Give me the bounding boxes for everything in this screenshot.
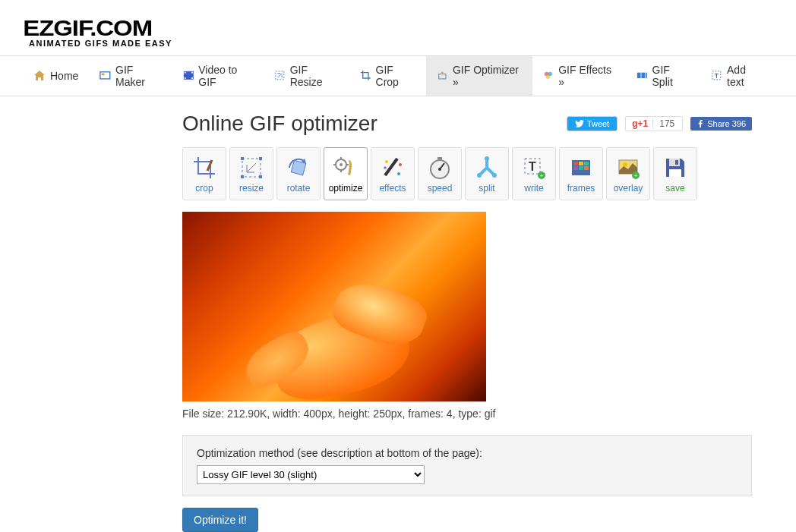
nav-gif-maker[interactable]: GIF Maker (89, 56, 172, 96)
nav-label: GIF Split (652, 64, 690, 88)
effects-icon (543, 70, 554, 82)
overlay-tool-icon: + (614, 154, 642, 181)
tool-speed[interactable]: speed (418, 147, 462, 200)
svg-point-26 (399, 163, 402, 166)
svg-rect-50 (675, 160, 678, 165)
svg-point-32 (477, 173, 482, 178)
site-logo[interactable]: EZGIF.COM ANIMATED GIFS MADE EASY (23, 0, 773, 55)
crop-tool-icon (191, 154, 218, 181)
fb-label: Share 396 (707, 119, 746, 128)
split-tool-icon (473, 154, 501, 181)
svg-rect-14 (646, 73, 647, 78)
nav-add-text[interactable]: T Add text (700, 56, 773, 96)
crop-icon (360, 70, 371, 82)
tool-label: write (524, 183, 543, 194)
tool-label: resize (239, 183, 264, 194)
video-icon (183, 70, 194, 82)
tool-label: optimize (329, 183, 363, 194)
svg-point-29 (438, 168, 441, 171)
nav-label: GIF Maker (115, 64, 162, 88)
svg-rect-41 (584, 162, 589, 165)
resize-icon (274, 70, 286, 82)
optimize-tool-icon (332, 154, 359, 181)
optimization-panel: Optimization method (see description at … (182, 435, 752, 496)
nav-gif-crop[interactable]: GIF Crop (349, 56, 426, 96)
rotate-tool-icon (285, 154, 312, 181)
svg-rect-12 (637, 73, 641, 78)
svg-text:+: + (634, 172, 638, 179)
gplus-button[interactable]: g+1 175 (625, 116, 683, 131)
tool-frames[interactable]: frames (559, 147, 603, 200)
nav-label: Video to GIF (198, 64, 253, 88)
tool-split[interactable]: split (465, 147, 509, 200)
tool-toolbar: crop resize rotate optimize effects spee… (182, 147, 752, 200)
svg-rect-8 (439, 74, 446, 79)
nav-home[interactable]: Home (23, 56, 89, 96)
svg-rect-40 (579, 162, 583, 165)
svg-point-31 (485, 156, 489, 161)
resize-tool-icon (238, 154, 265, 181)
tool-label: frames (567, 183, 595, 194)
nav-gif-effects[interactable]: GIF Effects » (532, 56, 626, 96)
svg-rect-21 (259, 175, 262, 178)
main-navigation: Home GIF Maker Video to GIF GIF Resize G… (0, 55, 796, 96)
tool-effects[interactable]: effects (371, 147, 415, 200)
svg-rect-3 (184, 72, 185, 74)
tool-optimize[interactable]: optimize (324, 147, 368, 200)
nav-gif-resize[interactable]: GIF Resize (264, 56, 349, 96)
optimization-method-select[interactable]: Lossy GIF level 30 (slight) (197, 465, 425, 484)
svg-point-33 (492, 173, 497, 178)
fb-share-button[interactable]: Share 396 (690, 117, 752, 131)
svg-rect-6 (191, 77, 193, 79)
svg-rect-4 (184, 77, 185, 79)
file-info: File size: 212.90K, width: 400px, height… (182, 408, 752, 420)
tool-label: speed (428, 183, 453, 194)
tool-label: effects (379, 183, 406, 194)
tweet-label: Tweet (587, 119, 609, 128)
nav-gif-split[interactable]: GIF Split (626, 56, 700, 96)
speed-tool-icon (426, 154, 453, 181)
tool-rotate[interactable]: rotate (276, 147, 321, 200)
tweet-button[interactable]: Tweet (567, 116, 618, 131)
svg-point-27 (397, 172, 400, 175)
nav-label: GIF Crop (376, 64, 416, 88)
home-icon (33, 70, 46, 82)
svg-rect-22 (291, 160, 306, 175)
svg-rect-39 (573, 162, 578, 165)
svg-text:+: + (540, 172, 544, 179)
tool-save[interactable]: save (653, 147, 697, 200)
svg-rect-19 (259, 157, 262, 160)
svg-rect-42 (573, 166, 578, 170)
nav-label: GIF Resize (290, 64, 339, 88)
svg-rect-1 (102, 74, 105, 76)
nav-video-to-gif[interactable]: Video to GIF (172, 56, 264, 96)
gif-preview (182, 212, 486, 401)
nav-gif-optimizer[interactable]: GIF Optimizer » (426, 56, 532, 96)
text-icon: T (711, 70, 722, 82)
tool-label: overlay (614, 183, 643, 194)
tool-label: save (665, 183, 684, 194)
social-buttons: Tweet g+1 175 Share 396 (567, 116, 752, 131)
tool-overlay[interactable]: + overlay (606, 147, 650, 200)
svg-rect-20 (241, 175, 244, 178)
tool-resize[interactable]: resize (229, 147, 273, 200)
nav-label: GIF Optimizer » (453, 64, 522, 88)
tool-label: split (479, 183, 494, 194)
tool-write[interactable]: T+ write (512, 147, 556, 200)
optimizer-icon (437, 70, 448, 82)
twitter-icon (575, 120, 584, 127)
optimize-button[interactable]: Optimize it! (182, 508, 258, 532)
tool-label: crop (195, 183, 213, 194)
split-icon (636, 70, 648, 82)
method-label: Optimization method (see description at … (197, 447, 738, 459)
save-tool-icon (662, 154, 689, 181)
svg-rect-18 (241, 157, 244, 160)
nav-label: Add text (727, 64, 763, 88)
gplus-count: 175 (652, 118, 681, 129)
svg-point-11 (545, 74, 550, 79)
gplus-icon: g+1 (627, 118, 652, 129)
tool-crop[interactable]: crop (182, 147, 226, 200)
svg-rect-5 (191, 72, 193, 74)
facebook-icon (696, 120, 704, 127)
nav-label: GIF Effects » (558, 64, 615, 88)
